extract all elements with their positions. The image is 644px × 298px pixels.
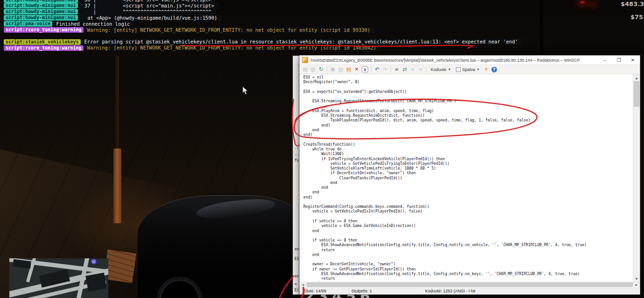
- code-line[interactable]: end: [303, 190, 633, 195]
- code-line[interactable]: end: [303, 253, 633, 257]
- toolbar-separator: [426, 66, 427, 73]
- toolbar-separator: [327, 66, 327, 73]
- scroll-up-icon[interactable]: ▲: [633, 74, 640, 81]
- code-line[interactable]: return: [303, 248, 633, 253]
- code-line[interactable]: Wait(1300): [303, 152, 633, 156]
- code-line[interactable]: RegisterCommand(Config.commands.keys.com…: [303, 205, 633, 209]
- code-line[interactable]: ESX.Streaming.RequestAnimDict(dict, func…: [303, 114, 633, 118]
- vertical-scroll-thumb[interactable]: [634, 81, 639, 106]
- code-line[interactable]: CreateThread(function(): [303, 142, 633, 147]
- code-line[interactable]: end): [303, 133, 633, 137]
- replace-icon[interactable]: ⇄: [401, 66, 408, 73]
- code-line[interactable]: [303, 85, 633, 90]
- code-line[interactable]: ESX.Streaming.RequestStreamedTextureDict…: [303, 99, 633, 104]
- minimize-button[interactable]: –: [598, 56, 612, 64]
- scroll-right-icon[interactable]: ►: [633, 282, 640, 288]
- color-dropdown[interactable]: Spalva▼: [454, 66, 482, 73]
- code-line[interactable]: end): [303, 123, 633, 128]
- redo-icon[interactable]: ↷: [381, 66, 389, 73]
- status-column: Stulpelis: 1: [348, 288, 422, 294]
- background-code-fragment: --: [294, 147, 299, 151]
- console-text: 37 | <script src="main.js"></script>: [82, 3, 214, 9]
- window-titlebar[interactable]: /root/txData/ESXLegacy_B000BE.base/resou…: [300, 56, 640, 65]
- code-line[interactable]: vehicle = GetVehiclePedIsTryingToEnter(P…: [303, 162, 633, 166]
- code-line[interactable]: vehicle = GetVehiclePedIsIn(PlayerPedId(…: [303, 209, 633, 214]
- horizontal-scroll-thumb[interactable]: [307, 283, 633, 287]
- code-line[interactable]: ClearPedTasks(PlayerPedId()): [303, 176, 633, 181]
- code-line[interactable]: return: [303, 277, 633, 281]
- save-icon[interactable]: ▤: [301, 66, 309, 73]
- select-all-icon[interactable]: a: [362, 66, 368, 72]
- pole-upper: [115, 56, 119, 149]
- background-code-fragment: en: [294, 247, 299, 251]
- code-line[interactable]: if owner ~= GetPlayerServerId(PlayerId()…: [303, 267, 633, 272]
- code-line[interactable]: if vehicle == 0 then: [303, 219, 633, 224]
- code-line[interactable]: [303, 104, 633, 109]
- console-text: at <App> (@howdy-minigame/build/vue.js:1…: [82, 15, 217, 21]
- find-next-icon[interactable]: ∞: [409, 66, 416, 73]
- horizontal-scrollbar[interactable]: ◄ ►: [300, 282, 640, 288]
- console-line: script:howdy-minigame:nui | ^^^^^^^^^^^^…: [0, 9, 216, 15]
- code-line[interactable]: SetVehicleAlarmTimeLeft(vehicle, 1000 * …: [303, 166, 633, 171]
- background-editor-window[interactable]: ----fuenESen<Ei: [293, 56, 299, 295]
- code-line[interactable]: TaskPlayAnim(PlayerPedId(), dict, anim, …: [303, 118, 633, 123]
- code-line[interactable]: [303, 214, 633, 219]
- code-line[interactable]: ESX.ShowAdvancedNotification(Config.noti…: [303, 243, 633, 248]
- close-button[interactable]: ✕: [626, 56, 640, 64]
- code-line[interactable]: [303, 200, 633, 205]
- status-encoding: Koduotė: 1252 (ANSI - I lot: [422, 288, 640, 294]
- code-line[interactable]: end: [303, 128, 633, 133]
- code-line[interactable]: [303, 137, 633, 142]
- code-line[interactable]: owner = DecorGetInt(vehicle, "owner"): [303, 262, 633, 267]
- scroll-down-icon[interactable]: ▼: [633, 275, 640, 282]
- console-tag: script:rcore_tuning:warning: [4, 27, 84, 33]
- code-line[interactable]: end): [303, 195, 633, 200]
- code-line[interactable]: if vehicle == 0 then: [303, 238, 633, 243]
- code-line[interactable]: [303, 234, 633, 238]
- background-code-fragment: --: [294, 153, 299, 157]
- code-line[interactable]: [303, 94, 633, 99]
- code-line[interactable]: while true do: [303, 147, 633, 152]
- copy-icon[interactable]: ▣: [329, 66, 336, 73]
- editor-toolbar: ▤▥↻▣▨▤✕a↶↷∞⇄∞⇒Koduotė▼Spalva▼☀?: [300, 65, 640, 74]
- preferences-icon[interactable]: ☀: [483, 66, 490, 73]
- code-line[interactable]: vehicle = ESX.Game.GetVehicleInDirection…: [303, 224, 633, 228]
- code-line[interactable]: ESX = nil: [303, 75, 633, 80]
- code-line[interactable]: end: [303, 229, 633, 234]
- console-tag: script:rcore_tuning:warning: [4, 45, 84, 51]
- console-text: Error parsing script @stasiek_vehiclekey…: [84, 39, 518, 45]
- cut-icon[interactable]: ▨: [337, 66, 344, 73]
- delete-icon[interactable]: ✕: [353, 66, 360, 73]
- find-icon[interactable]: ∞: [393, 66, 400, 73]
- code-line[interactable]: ESX = exports["es_extended"]:getSharedOb…: [303, 90, 633, 94]
- code-line[interactable]: [303, 257, 633, 262]
- help-icon[interactable]: ?: [491, 67, 497, 72]
- code-line[interactable]: if DecorExistOn(vehicle, "owner") then: [303, 171, 633, 176]
- console-line: script:pma-voiceFinished connection logi…: [0, 21, 134, 27]
- editor-statusbar: Eilutė: 14/99Stulpelis: 1Koduotė: 1252 (…: [300, 288, 640, 294]
- console-tag: script:howdy-minigame:nui: [4, 9, 78, 14]
- mouse-cursor-icon: [242, 86, 250, 96]
- editor-content[interactable]: ESX = nilDecorRegister("owner", 0)ESX = …: [300, 74, 633, 282]
- reload-icon[interactable]: ↻: [317, 66, 325, 73]
- console-line: script:stasiek_vehiclekeysError parsing …: [0, 39, 523, 45]
- paste-icon[interactable]: ▤: [345, 66, 352, 73]
- code-line[interactable]: end: [303, 181, 633, 185]
- brick-tiles: [104, 249, 136, 283]
- code-line[interactable]: if IsPedTryingToEnterALockedVehicle(Play…: [303, 157, 633, 162]
- checkbox-icon[interactable]: [456, 67, 461, 72]
- code-line[interactable]: DecorRegister("owner", 0): [303, 80, 633, 85]
- taillight-glow: [580, 1, 585, 4]
- code-line[interactable]: end: [303, 185, 633, 190]
- goto-line-icon[interactable]: ⇒: [417, 66, 424, 73]
- player-blip-icon: [91, 259, 97, 264]
- undo-icon[interactable]: ↶: [373, 66, 381, 73]
- save-all-icon[interactable]: ▥: [309, 66, 317, 73]
- code-line[interactable]: ESX.ShowAdvancedNotification(Config.noti…: [303, 272, 633, 277]
- maximize-button[interactable]: ❐: [612, 56, 626, 64]
- vertical-scrollbar[interactable]: ▲ ▼: [633, 74, 640, 282]
- scroll-left-icon[interactable]: ◄: [300, 282, 306, 288]
- code-line[interactable]: ESX.PlayAnim = function(dict, anim, spee…: [303, 109, 633, 114]
- background-code-fragment: fu: [294, 158, 299, 163]
- encoding-dropdown[interactable]: Koduotė▼: [428, 66, 453, 73]
